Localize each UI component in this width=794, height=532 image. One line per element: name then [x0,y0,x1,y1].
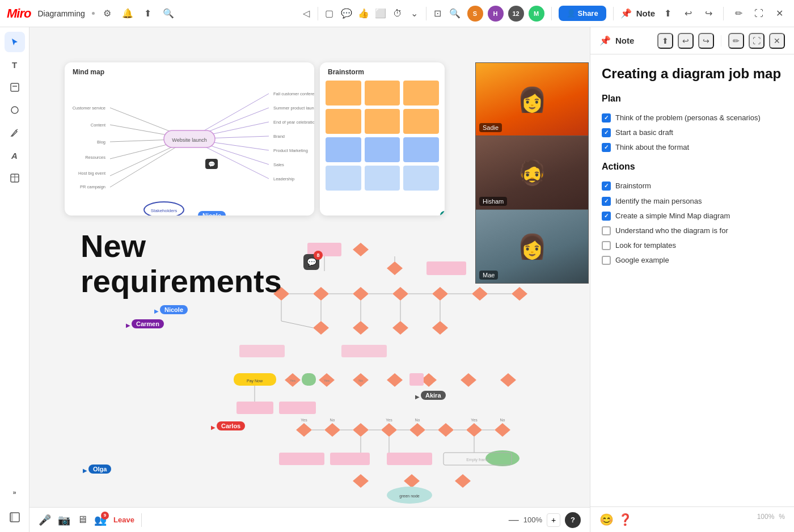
svg-text:Fall customer conference: Fall customer conference [273,91,314,96]
like-icon[interactable]: 👍 [356,6,371,22]
panel-share-icon[interactable]: ⬆ [657,33,673,49]
font-style-tool[interactable]: A [5,145,25,166]
zoom-mode-icon[interactable]: 🔍 [447,6,463,22]
svg-text:Content: Content [91,123,106,128]
action-checkbox-6[interactable] [602,256,611,265]
avatar-3: M [529,6,544,22]
avatar-1: S [467,6,483,22]
microphone-icon[interactable]: 🎤 [39,514,51,526]
panel-zoom-suffix: % [779,513,785,526]
zoom-level: 100% [523,516,542,524]
panel-zoom-percent: 100% [757,513,775,526]
more-center-icon[interactable]: ⌄ [407,6,423,22]
fullscreen-icon[interactable]: ⛶ [751,6,767,22]
plan-item-1-text: Think of the problem (personas & scenari… [615,113,761,123]
pen-mode-icon[interactable]: ✏ [730,6,746,22]
pen-tool[interactable] [5,123,25,143]
action-checkbox-5[interactable] [602,241,611,250]
actions-heading: Actions [602,162,783,172]
bell-icon[interactable]: 🔔 [120,6,136,22]
video-sadie: 👩 Sadie [475,62,589,136]
text-tool[interactable]: T [5,54,25,75]
left-sidebar: T A » [0,27,29,532]
svg-rect-88 [279,402,316,414]
svg-text:PR campaign: PR campaign [80,184,105,189]
sticky-7 [326,137,361,162]
search-icon[interactable]: 🔍 [161,6,176,22]
redo-icon[interactable]: ↪ [700,6,716,22]
nav-back-icon[interactable]: ◁ [298,6,314,22]
svg-marker-48 [313,287,329,301]
shape-tool[interactable] [5,100,25,120]
panel-pen-icon[interactable]: ✏ [728,33,744,49]
svg-text:Customer service: Customer service [73,105,105,111]
svg-marker-91 [353,423,369,437]
comment-icon[interactable]: 💬 [339,6,354,22]
sidebar-bottom-icon[interactable] [5,507,25,527]
plan-checkbox-1[interactable] [602,113,611,123]
select-tool[interactable] [5,32,25,52]
top-toolbar: miro Diagramming ⚙ 🔔 ⬆ 🔍 ◁ ▢ 💬 👍 ⬜ ⏱ ⌄ ⊡… [0,0,794,27]
undo-icon[interactable]: ↩ [680,6,696,22]
table-tool[interactable] [5,168,25,188]
frame-icon[interactable]: ▢ [322,6,337,22]
svg-marker-94 [438,423,454,437]
camera-icon[interactable]: 📷 [58,514,70,526]
sticky-note-tool[interactable] [5,77,25,98]
share-button[interactable]: 👤 Share [559,6,606,21]
action-checkbox-4[interactable] [602,226,611,235]
upload-icon[interactable]: ⬆ [140,6,156,22]
settings-icon[interactable]: ⚙ [99,6,115,22]
leave-button[interactable]: Leave [113,516,134,524]
svg-text:Brand: Brand [273,134,285,139]
panel-undo-icon[interactable]: ↩ [678,33,694,49]
minus-zoom-icon[interactable]: — [509,514,519,526]
close-panel-icon[interactable]: ✕ [771,6,787,22]
plus-zoom-button[interactable]: + [547,513,560,527]
panel-fullscreen-icon[interactable]: ⛶ [749,33,765,49]
avatar-2: H [488,6,504,22]
svg-marker-78 [461,373,476,387]
svg-marker-107 [353,474,369,488]
emoji-icon[interactable]: 😊 [599,513,614,526]
help-panel-icon[interactable]: ❓ [618,513,632,526]
panel-close-icon[interactable]: ✕ [769,33,785,49]
timer-icon[interactable]: ⏱ [390,6,406,22]
svg-marker-90 [324,423,340,437]
screen-share-icon[interactable]: 🖥 [77,514,87,526]
svg-rect-8 [10,513,13,522]
plan-checkbox-3[interactable] [602,143,611,152]
svg-text:Empty frame: Empty frame [466,458,489,462]
svg-text:No: No [358,379,363,382]
sticky-6 [403,109,439,134]
panel-redo-icon[interactable]: ↪ [698,33,714,49]
action-item-6: Google example [602,255,783,265]
action-checkbox-2[interactable] [602,197,611,206]
video-hisham: 🧔 Hisham [475,136,589,210]
right-panel: 📌 Note ⬆ ↩ ↪ ✏ ⛶ ✕ Creating a diagram jo… [590,27,794,532]
board-title[interactable]: Diagramming [35,9,87,18]
svg-marker-95 [466,423,482,437]
canvas-area[interactable]: Mind map Website launch [29,27,590,532]
action-checkbox-3[interactable] [602,212,611,221]
sticky-12 [403,166,439,191]
sadie-name-tag: Sadie [479,123,502,132]
export-icon[interactable]: ⬆ [660,6,675,22]
miro-logo[interactable]: miro [7,6,31,21]
canvas-chat-bubble[interactable]: 💬 8 [303,254,319,270]
bottom-tools-right: — 100% + ? [509,512,581,528]
note-title: Creating a diagram job map [602,66,783,82]
plan-item-2: Start a basic draft [602,128,783,138]
svg-marker-52 [472,287,488,301]
select-mode-icon[interactable]: ⊡ [430,6,446,22]
right-panel-body: Creating a diagram job map Plan Think of… [590,54,794,506]
sticky-11 [365,166,400,191]
sticky-5 [365,109,400,134]
plan-checkbox-2[interactable] [602,128,611,137]
help-button[interactable]: ? [565,512,581,528]
svg-text:Stakeholders: Stakeholders [151,208,178,213]
action-checkbox-1[interactable] [602,181,611,191]
note-pin-icon: 📌 [620,8,632,19]
more-tools[interactable]: » [5,482,25,503]
save-icon[interactable]: ⬜ [373,6,388,22]
